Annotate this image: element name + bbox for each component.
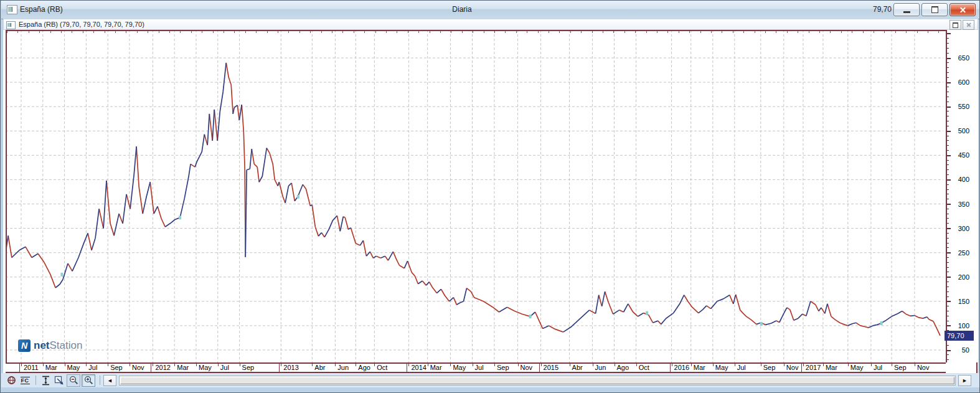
date-axis-tick	[892, 364, 892, 366]
price-axis-tick	[947, 199, 949, 199]
zoom-out-button[interactable]	[67, 374, 80, 387]
year-separator	[670, 364, 671, 372]
scroll-left-button[interactable]: ◄	[103, 375, 116, 386]
price-axis-tick	[947, 316, 949, 316]
price-axis-tick	[947, 136, 949, 136]
date-axis-month-label: Mar	[45, 364, 57, 372]
scroll-right-button[interactable]: ►	[958, 375, 971, 386]
price-series-chart[interactable]	[6, 30, 943, 362]
toolbar-separator	[100, 376, 100, 385]
date-axis-month-label: Jul	[88, 364, 97, 372]
date-axis-tick	[473, 364, 473, 366]
year-separator	[151, 364, 151, 372]
price-axis-tick	[947, 272, 949, 272]
date-axis-year-label: 2014	[411, 364, 426, 372]
date-axis-month-label: Mar	[177, 364, 189, 372]
date-axis-tick	[356, 364, 356, 366]
last-price-badge: 79,70	[945, 331, 974, 341]
date-axis-month-label: Jul	[737, 364, 746, 372]
globe-button[interactable]	[5, 375, 17, 386]
date-axis-tick	[848, 364, 849, 366]
chart-toolbar: FC	[1, 373, 980, 387]
price-axis-tick	[947, 33, 951, 34]
date-axis-year-label: 2017	[806, 364, 821, 372]
fc-scale-button[interactable]: FC	[19, 375, 31, 386]
date-axis-month-label: May	[715, 364, 728, 372]
date-axis-tick	[281, 364, 281, 366]
netstation-logo-bold: net	[34, 339, 50, 352]
plot-area[interactable]: N netStation	[6, 30, 943, 362]
date-axis-tick	[691, 364, 692, 366]
date-axis-tick	[761, 364, 761, 366]
price-axis-tick	[947, 150, 949, 151]
price-axis-label: 650	[958, 54, 969, 62]
price-axis-tick	[947, 354, 949, 355]
zoom-in-button[interactable]	[82, 374, 95, 387]
date-axis-tick	[518, 364, 519, 366]
date-axis-month-label: Jun	[337, 364, 349, 372]
chart-scrollbar-thumb[interactable]	[120, 377, 954, 384]
price-axis-tick	[947, 209, 949, 209]
price-axis-tick	[947, 243, 949, 244]
price-axis-tick	[947, 330, 949, 331]
date-axis: 2011MarMayJulSepNov2012MarMayJulSep2013A…	[6, 362, 946, 373]
date-axis-month-label: Sep	[110, 364, 123, 372]
price-axis-tick	[947, 169, 949, 170]
chart-restore-button[interactable]	[949, 20, 961, 30]
price-axis-tick	[947, 179, 951, 181]
date-axis-month-label: Ago	[358, 364, 370, 372]
date-axis-month-label: Jul	[874, 364, 882, 372]
date-axis-tick	[915, 364, 915, 366]
scroll-left-icon: ◄	[107, 377, 113, 384]
date-axis-tick	[871, 364, 872, 366]
netstation-window: España (RB) Diaria 79,70 España (RB) (79…	[0, 0, 980, 393]
year-separator	[539, 364, 540, 372]
date-axis-tick	[570, 364, 570, 366]
date-axis-month-label: May	[453, 364, 466, 372]
date-axis-month-label: Oct	[377, 364, 387, 372]
date-axis-tick	[784, 364, 784, 366]
price-axis-label: 350	[958, 200, 969, 209]
date-axis-tick	[672, 364, 672, 366]
price-axis-label: 150	[958, 297, 969, 306]
date-axis-tick	[428, 364, 428, 366]
price-axis-tick	[947, 359, 949, 360]
date-axis-tick	[65, 364, 65, 366]
price-axis-tick	[947, 233, 949, 234]
zoom-area-icon	[54, 376, 64, 386]
date-axis-month-label: Mar	[826, 364, 837, 372]
price-axis-tick	[947, 126, 949, 126]
date-axis-tick	[108, 364, 108, 366]
date-axis-tick	[593, 364, 593, 366]
close-icon	[959, 6, 966, 13]
price-axis-tick	[947, 214, 949, 214]
fc-scale-icon: FC	[21, 377, 30, 384]
year-separator	[19, 364, 20, 372]
price-axis-tick	[947, 228, 951, 229]
date-axis-tick	[335, 364, 336, 366]
zoom-area-button[interactable]	[53, 375, 65, 386]
minimize-button[interactable]	[893, 3, 920, 16]
date-axis-month-label: Sep	[763, 364, 776, 372]
chart-close-button[interactable]	[963, 20, 974, 30]
restore-button[interactable]	[921, 3, 948, 16]
date-axis-tick	[615, 364, 615, 366]
close-button[interactable]	[949, 3, 976, 16]
chart-scrollbar-track[interactable]	[119, 376, 956, 386]
date-axis-tick	[43, 364, 44, 366]
price-axis-tick	[947, 277, 951, 278]
price-axis-tick	[947, 160, 949, 161]
price-axis-tick	[947, 92, 949, 92]
fit-vertical-button[interactable]	[39, 375, 52, 386]
price-axis-tick	[947, 87, 949, 87]
date-axis-month-label: Oct	[639, 364, 649, 372]
price-axis-tick	[947, 350, 951, 351]
date-axis-tick	[636, 364, 637, 366]
date-axis-month-label: Sep	[242, 364, 255, 372]
date-axis-tick	[494, 364, 495, 366]
date-axis-month-label: May	[850, 364, 864, 372]
price-axis-tick	[947, 184, 949, 185]
price-axis-tick	[947, 291, 949, 292]
price-axis-tick	[947, 340, 949, 341]
chart-header-text: España (RB) (79,70, 79,70, 79,70, 79,70)	[19, 21, 144, 28]
